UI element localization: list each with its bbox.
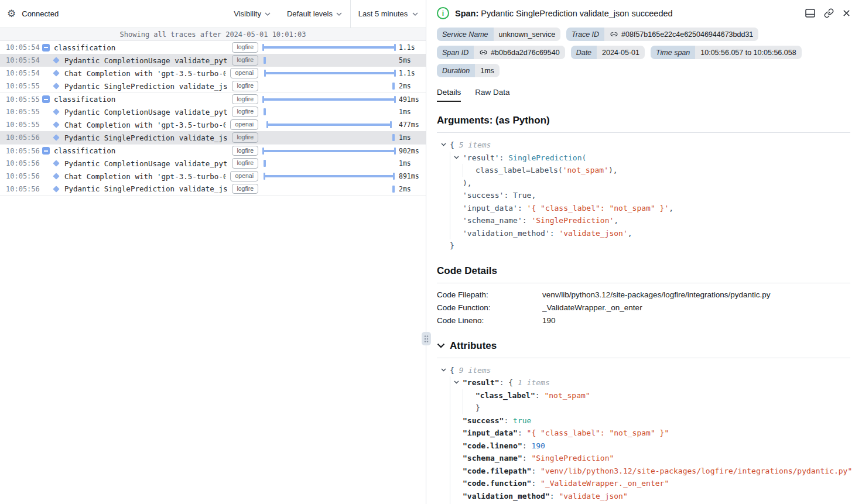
collapse-caret-icon[interactable] bbox=[454, 156, 459, 159]
code-token: "schema_name" bbox=[463, 454, 522, 462]
span-kind-label: Span: bbox=[455, 9, 478, 18]
gear-icon[interactable]: ⚙ bbox=[7, 9, 16, 19]
link-icon bbox=[479, 49, 488, 56]
span-start-time: 10:05:54 bbox=[6, 56, 39, 64]
panel-layout-icon[interactable] bbox=[805, 9, 815, 18]
duration-label: 2ms bbox=[399, 185, 426, 193]
code-line: } bbox=[450, 402, 850, 414]
duration-label: 1.1s bbox=[399, 43, 426, 52]
trace-row[interactable]: 10:05:55Pydantic CompletionUsage validat… bbox=[0, 105, 426, 118]
trace-row[interactable]: 10:05:56Pydantic CompletionUsage validat… bbox=[0, 157, 426, 170]
trace-row[interactable]: 10:05:56Pydantic SinglePrediction valida… bbox=[0, 131, 426, 144]
span-icon-slot bbox=[52, 161, 60, 166]
copy-link-icon[interactable] bbox=[824, 8, 834, 18]
code-token: "venv/lib/python3.12/site-packages/logfi… bbox=[541, 467, 852, 475]
code-line: "code.function": "_ValidateWrapper._on_e… bbox=[450, 477, 850, 490]
duration-track bbox=[263, 172, 395, 181]
badge-value[interactable]: #08f57b165e22c4e625046944673bdd31 bbox=[604, 28, 758, 41]
trace-row[interactable]: 10:05:56Pydantic SinglePrediction valida… bbox=[0, 183, 426, 196]
tab-raw-data[interactable]: Raw Data bbox=[475, 88, 509, 102]
duration-label: 902ms bbox=[399, 147, 426, 155]
default-levels-dropdown[interactable]: Default levels bbox=[287, 9, 342, 18]
duration-label: 5ms bbox=[399, 56, 426, 64]
indent-guide bbox=[450, 452, 463, 465]
duration-track bbox=[263, 184, 395, 194]
trace-row[interactable]: 10:05:54Chat Completion with 'gpt-3.5-tu… bbox=[0, 67, 426, 80]
code-token: "success" bbox=[463, 416, 504, 425]
collapse-caret-icon[interactable] bbox=[441, 143, 446, 146]
trace-row[interactable]: 10:05:54classificationlogfire1.1s bbox=[0, 41, 426, 54]
code-token: : bbox=[522, 454, 532, 462]
collapse-button[interactable] bbox=[42, 44, 50, 52]
collapse-button[interactable] bbox=[42, 147, 50, 155]
span-icon-slot bbox=[52, 174, 60, 179]
visibility-dropdown[interactable]: Visibility bbox=[234, 9, 271, 18]
span-icon-slot bbox=[52, 84, 60, 88]
meta-badge-date: Date2024-05-01 bbox=[571, 46, 645, 59]
span-start-time: 10:05:56 bbox=[6, 133, 39, 142]
trace-row[interactable]: 10:05:56classificationlogfire902ms bbox=[0, 144, 426, 157]
trace-row[interactable]: 10:05:54Pydantic CompletionUsage validat… bbox=[0, 54, 426, 67]
tab-details[interactable]: Details bbox=[437, 88, 461, 102]
span-title-text: Pydantic SinglePrediction validate_json … bbox=[481, 9, 672, 18]
span-tag-badge: logfire bbox=[232, 107, 258, 117]
trace-row[interactable]: 10:05:55Chat Completion with 'gpt-3.5-tu… bbox=[0, 118, 426, 131]
code-line: } bbox=[450, 239, 850, 252]
collapse-button[interactable] bbox=[42, 95, 50, 103]
attributes-collapse-chevron-icon[interactable] bbox=[437, 343, 445, 348]
code-token: } bbox=[450, 241, 454, 250]
indent-guide bbox=[450, 227, 463, 240]
code-details-label: Code Filepath: bbox=[437, 290, 542, 299]
trace-row[interactable]: 10:05:55classificationlogfire491ms bbox=[0, 92, 426, 105]
code-token: "not_spam" bbox=[544, 391, 590, 400]
badge-label: Time span bbox=[651, 46, 695, 59]
code-line: ), bbox=[450, 177, 850, 190]
badge-label: Trace ID bbox=[566, 28, 604, 41]
span-tag-badge: logfire bbox=[232, 132, 258, 143]
span-name: Chat Completion with 'gpt-3.5-turbo-061 bbox=[64, 172, 225, 181]
badge-value-text: unknown_service bbox=[499, 30, 556, 39]
duration-bar bbox=[392, 186, 395, 193]
code-line: 'success': True, bbox=[450, 189, 850, 202]
indent-guide bbox=[450, 402, 463, 414]
trace-row[interactable]: 10:05:55Pydantic SinglePrediction valida… bbox=[0, 80, 426, 92]
code-line: "success": true bbox=[450, 414, 850, 427]
attributes-heading: Attributes bbox=[437, 340, 850, 352]
info-icon: i bbox=[437, 7, 449, 19]
span-diamond-icon bbox=[53, 134, 59, 140]
panel-resize-handle[interactable] bbox=[422, 332, 431, 345]
code-token: "SinglePrediction" bbox=[531, 454, 614, 462]
duration-label: 1ms bbox=[399, 108, 426, 116]
span-header: i Span: Pydantic SinglePrediction valida… bbox=[437, 7, 850, 19]
meta-badge-time-span: Time span10:05:56.057 to 10:05:56.058 bbox=[651, 46, 802, 59]
span-tag-badge: openai bbox=[230, 171, 258, 181]
span-tag-badge: logfire bbox=[232, 94, 258, 105]
span-tag-badge: logfire bbox=[232, 81, 258, 91]
badge-label: Date bbox=[571, 46, 597, 59]
badge-value-text: #08f57b165e22c4e625046944673bdd31 bbox=[621, 30, 753, 39]
duration-bar bbox=[392, 134, 395, 141]
time-range-label: Last 5 minutes bbox=[358, 9, 408, 18]
time-range-dropdown[interactable]: Last 5 minutes bbox=[350, 0, 426, 28]
code-details-value: venv/lib/python3.12/site-packages/logfir… bbox=[542, 290, 850, 299]
arguments-python-code: { 5 items'result': SinglePrediction(clas… bbox=[437, 139, 850, 252]
duration-track bbox=[263, 56, 395, 65]
close-icon[interactable] bbox=[843, 9, 850, 17]
collapse-caret-icon[interactable] bbox=[441, 368, 446, 372]
span-tag-badge: logfire bbox=[232, 158, 258, 169]
collapse-caret-icon[interactable] bbox=[454, 380, 459, 384]
span-name: classification bbox=[54, 43, 227, 52]
trace-row[interactable]: 10:05:56Chat Completion with 'gpt-3.5-tu… bbox=[0, 170, 426, 183]
code-line-content: 'success': True, bbox=[463, 189, 536, 202]
code-token: : bbox=[531, 467, 541, 475]
span-tag-badge: openai bbox=[230, 119, 258, 130]
indent-guide bbox=[450, 477, 463, 490]
code-token: : bbox=[518, 428, 527, 437]
badge-value[interactable]: #b0b6da2d76c69540 bbox=[474, 46, 565, 59]
badge-value: 1ms bbox=[475, 64, 500, 77]
code-token: 'input_data': bbox=[463, 204, 527, 212]
span-name: Chat Completion with 'gpt-3.5-turbo-061 bbox=[64, 121, 225, 129]
duration-track bbox=[263, 95, 395, 104]
code-token: 1 items bbox=[518, 378, 550, 387]
traces-status-line: Showing all traces after 2024-05-01 10:0… bbox=[0, 28, 426, 41]
